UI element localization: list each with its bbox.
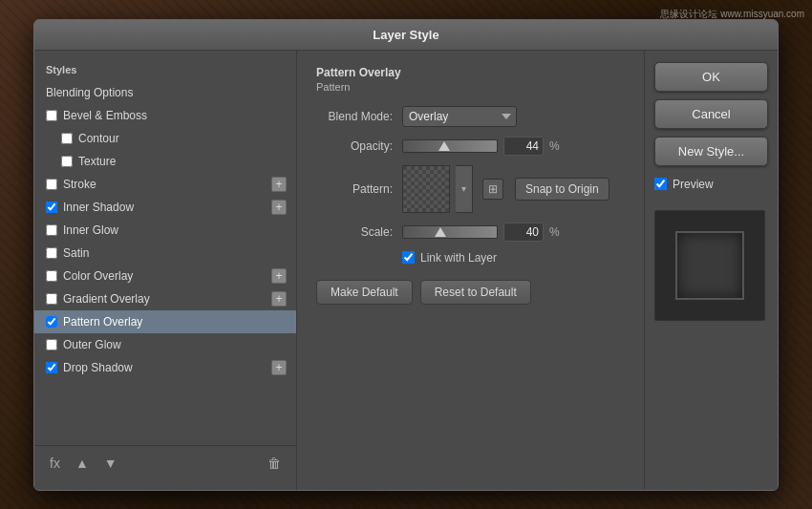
link-with-layer-row: Link with Layer: [316, 251, 625, 265]
opacity-row: Opacity: %: [316, 137, 625, 156]
blend-mode-select[interactable]: Overlay Normal Multiply Screen Soft Ligh…: [402, 106, 517, 127]
pattern-control: ▾ ⊞ Snap to Origin: [402, 165, 609, 213]
sidebar-item-texture[interactable]: Texture: [34, 150, 296, 173]
satin-checkbox[interactable]: [46, 247, 57, 259]
bevel-emboss-checkbox[interactable]: [46, 110, 57, 121]
outer-glow-checkbox[interactable]: [46, 339, 57, 350]
inner-shadow-label: Inner Shadow: [63, 201, 134, 214]
sidebar-item-inner-shadow[interactable]: Inner Shadow +: [34, 196, 296, 219]
fx-button[interactable]: fx: [46, 454, 64, 473]
dialog-body: Styles Blending Options Bevel & Emboss C…: [34, 51, 778, 490]
scale-slider-thumb[interactable]: [435, 227, 446, 237]
pattern-refresh-btn[interactable]: ⊞: [482, 179, 503, 200]
opacity-input[interactable]: [503, 137, 544, 156]
opacity-slider-container: %: [402, 137, 560, 156]
opacity-unit: %: [549, 139, 560, 153]
title-bar: Layer Style: [34, 20, 778, 51]
inner-glow-label: Inner Glow: [63, 223, 118, 237]
ok-button[interactable]: OK: [654, 62, 768, 92]
action-row: Make Default Reset to Default: [316, 280, 625, 305]
preview-box: [654, 210, 765, 321]
inner-shadow-plus-btn[interactable]: +: [271, 200, 287, 215]
color-overlay-checkbox[interactable]: [46, 270, 57, 282]
blend-mode-label: Blend Mode:: [316, 110, 402, 123]
gradient-overlay-label: Gradient Overlay: [63, 292, 150, 306]
watermark: 思缘设计论坛 www.missyuan.com: [660, 8, 804, 21]
styles-header: Styles: [34, 60, 296, 81]
blending-options-label: Blending Options: [46, 86, 133, 99]
new-style-button[interactable]: New Style...: [654, 137, 768, 166]
layer-style-dialog: Layer Style Styles Blending Options Beve…: [33, 19, 779, 491]
preview-row: Preview: [654, 174, 768, 195]
scale-slider-container: %: [402, 223, 560, 242]
left-panel-bottom: fx ▲ ▼ 🗑: [34, 445, 296, 480]
sidebar-item-drop-shadow[interactable]: Drop Shadow +: [34, 356, 296, 379]
left-panel: Styles Blending Options Bevel & Emboss C…: [34, 51, 297, 490]
sidebar-item-inner-glow[interactable]: Inner Glow: [34, 219, 296, 242]
cancel-button[interactable]: Cancel: [654, 99, 768, 129]
snap-to-origin-button[interactable]: Snap to Origin: [515, 178, 609, 201]
drop-shadow-checkbox[interactable]: [46, 362, 57, 373]
center-panel: Pattern Overlay Pattern Blend Mode: Over…: [297, 51, 644, 490]
link-with-layer-checkbox[interactable]: [402, 251, 415, 264]
inner-shadow-checkbox[interactable]: [46, 201, 57, 213]
pattern-row: Pattern: ▾ ⊞ Snap to Origin: [316, 165, 625, 213]
sidebar-item-satin[interactable]: Satin: [34, 242, 296, 265]
inner-glow-checkbox[interactable]: [46, 224, 57, 236]
sidebar-item-pattern-overlay[interactable]: Pattern Overlay: [34, 310, 296, 333]
pattern-preview[interactable]: [402, 165, 450, 213]
contour-checkbox[interactable]: [61, 133, 73, 144]
sidebar-item-contour[interactable]: Contour: [34, 127, 296, 150]
gradient-overlay-plus-btn[interactable]: +: [271, 291, 287, 307]
stroke-plus-btn[interactable]: +: [271, 177, 287, 192]
drop-shadow-plus-btn[interactable]: +: [271, 360, 287, 375]
color-overlay-plus-btn[interactable]: +: [271, 268, 287, 284]
preview-label[interactable]: Preview: [673, 178, 714, 191]
center-section-subtitle: Pattern: [316, 81, 625, 93]
scale-input[interactable]: [503, 223, 544, 242]
scale-slider-track[interactable]: [402, 225, 498, 239]
move-down-button[interactable]: ▼: [100, 454, 121, 473]
blend-mode-row: Blend Mode: Overlay Normal Multiply Scre…: [316, 106, 625, 127]
sidebar-item-gradient-overlay[interactable]: Gradient Overlay +: [34, 287, 296, 310]
make-default-button[interactable]: Make Default: [316, 280, 413, 305]
preview-checkbox[interactable]: [654, 178, 667, 190]
texture-checkbox[interactable]: [61, 156, 73, 167]
stroke-label: Stroke: [63, 178, 96, 191]
outer-glow-label: Outer Glow: [63, 338, 121, 351]
sidebar-item-outer-glow[interactable]: Outer Glow: [34, 333, 296, 356]
blend-mode-control: Overlay Normal Multiply Screen Soft Ligh…: [402, 106, 517, 127]
dialog-title: Layer Style: [373, 28, 438, 42]
satin-label: Satin: [63, 246, 89, 260]
bevel-emboss-label: Bevel & Emboss: [63, 109, 147, 122]
texture-label: Texture: [78, 155, 116, 168]
sidebar-item-blending-options[interactable]: Blending Options: [34, 81, 296, 104]
delete-button[interactable]: 🗑: [264, 454, 285, 473]
pattern-label: Pattern:: [316, 182, 402, 196]
sidebar-item-stroke[interactable]: Stroke +: [34, 173, 296, 196]
scale-row: Scale: %: [316, 223, 625, 242]
opacity-slider-track[interactable]: [402, 139, 498, 153]
center-section-title: Pattern Overlay: [316, 66, 625, 79]
sidebar-item-bevel-emboss[interactable]: Bevel & Emboss: [34, 104, 296, 127]
opacity-label: Opacity:: [316, 139, 402, 153]
preview-inner: [675, 231, 744, 300]
contour-label: Contour: [78, 132, 119, 145]
scale-label: Scale:: [316, 225, 402, 239]
gradient-overlay-checkbox[interactable]: [46, 293, 57, 305]
pattern-overlay-checkbox[interactable]: [46, 316, 57, 328]
pattern-overlay-label: Pattern Overlay: [63, 315, 142, 329]
move-up-button[interactable]: ▲: [72, 454, 93, 473]
opacity-slider-thumb[interactable]: [438, 141, 450, 151]
scale-unit: %: [549, 225, 560, 239]
link-with-layer-label[interactable]: Link with Layer: [420, 251, 497, 265]
reset-to-default-button[interactable]: Reset to Default: [420, 280, 531, 305]
drop-shadow-label: Drop Shadow: [63, 361, 133, 374]
sidebar-item-color-overlay[interactable]: Color Overlay +: [34, 265, 296, 287]
color-overlay-label: Color Overlay: [63, 269, 133, 283]
right-panel: OK Cancel New Style... Preview: [644, 51, 778, 490]
pattern-dropdown-btn[interactable]: ▾: [456, 165, 473, 213]
stroke-checkbox[interactable]: [46, 179, 57, 190]
